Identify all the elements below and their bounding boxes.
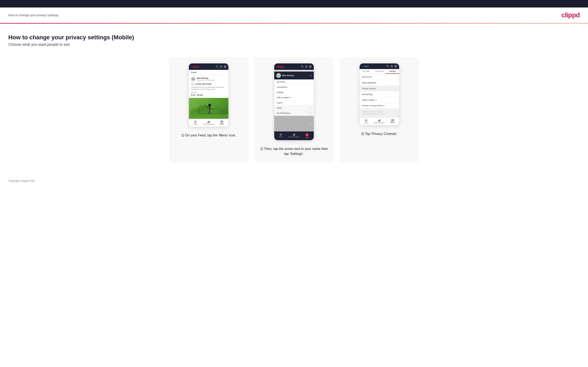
feed-tab: Feed bbox=[189, 70, 228, 75]
svg-rect-30 bbox=[293, 134, 293, 136]
svg-rect-9 bbox=[189, 115, 228, 119]
settings-privacy-controls[interactable]: Privacy Controls › bbox=[360, 86, 399, 92]
svg-rect-19 bbox=[208, 121, 209, 123]
phone-2-nav: clippd bbox=[274, 63, 314, 70]
post-duration-val: 01 hr : 30 min bbox=[191, 94, 226, 96]
privacy-controls-label: Privacy Controls bbox=[362, 88, 376, 90]
steps-container: clippd Feed BM Blair McHarg Yes bbox=[8, 57, 580, 163]
svg-line-34 bbox=[388, 67, 389, 67]
chevron-up-icon: ∧ bbox=[310, 75, 312, 77]
home-icon-3 bbox=[365, 119, 367, 122]
my-account-label: My Account bbox=[362, 76, 372, 78]
performance-icon bbox=[207, 121, 210, 123]
section-home[interactable]: Home ∨ bbox=[274, 105, 314, 111]
section-overlay: Home ∨ My Performance ∨ bbox=[274, 105, 314, 116]
back-label: < Back bbox=[363, 65, 369, 67]
menu-settings[interactable]: Settings bbox=[274, 90, 314, 95]
golf-image bbox=[189, 98, 228, 119]
app-hint: APP bbox=[309, 123, 312, 124]
svg-point-37 bbox=[395, 65, 397, 67]
search-icon bbox=[216, 65, 218, 68]
dropdown-user-info: BM Blair McHarg bbox=[276, 73, 294, 78]
section-performance-label: My Performance bbox=[277, 112, 290, 114]
tab-my-profile[interactable]: My Profile bbox=[360, 69, 373, 74]
post-desc: Looking to feel like my hands are exitin… bbox=[191, 86, 226, 91]
menu-logout[interactable]: Logout bbox=[274, 100, 314, 105]
bottom-nav-home-2: Home bbox=[274, 133, 287, 139]
copyright-text: Copyright Clippd 2022 bbox=[8, 179, 35, 182]
dropdown-avatar: BM bbox=[276, 73, 281, 78]
svg-rect-31 bbox=[294, 134, 294, 136]
section-performance[interactable]: My Performance ∨ bbox=[274, 111, 314, 116]
phone-2-bottom-nav: Home My Performance ✕ Menu bbox=[274, 131, 314, 140]
user-icon-2 bbox=[305, 65, 308, 68]
back-chevron: ‹ bbox=[362, 65, 362, 67]
settings-my-golf-bag[interactable]: My Golf Bag › bbox=[360, 92, 399, 97]
settings-label: Settings bbox=[277, 91, 284, 93]
step-3-phone: ‹ < Back My Profile Connections Settings bbox=[360, 63, 399, 125]
settings-icon bbox=[224, 65, 226, 68]
top-bar bbox=[0, 0, 588, 8]
bottom-nav-home-3: Home bbox=[360, 118, 373, 124]
user-icon-3 bbox=[390, 65, 393, 67]
svg-point-6 bbox=[197, 105, 210, 116]
data-integrations-chevron: › bbox=[396, 82, 397, 84]
settings-icon-3 bbox=[394, 65, 397, 67]
my-account-chevron: › bbox=[396, 76, 397, 78]
page-heading: How to change your privacy settings (Mob… bbox=[8, 34, 580, 41]
svg-rect-18 bbox=[208, 122, 208, 123]
bottom-nav-close[interactable]: ✕ Menu bbox=[301, 133, 314, 139]
svg-point-10 bbox=[208, 104, 211, 107]
menu-my-profile[interactable]: My Profile bbox=[274, 79, 314, 85]
data-integrations-label: Data Integrations bbox=[362, 82, 376, 84]
back-button[interactable]: ‹ < Back bbox=[362, 65, 369, 67]
header-title: How to change your privacy settings bbox=[8, 13, 59, 17]
svg-point-0 bbox=[216, 66, 218, 67]
bottom-nav-home: Home bbox=[189, 120, 202, 125]
phone-1-icons bbox=[216, 65, 226, 68]
svg-point-27 bbox=[310, 66, 311, 67]
phone-2-logo: clippd bbox=[276, 65, 284, 68]
menu-connections[interactable]: Connections bbox=[274, 85, 314, 90]
home-icon bbox=[194, 121, 197, 123]
avatar: BM bbox=[191, 77, 196, 81]
svg-point-4 bbox=[224, 66, 226, 68]
user-icon bbox=[220, 65, 222, 68]
tab-connections[interactable]: Connections bbox=[373, 69, 386, 74]
dropdown-user-header: BM Blair McHarg ∧ bbox=[274, 72, 314, 79]
close-x-icon: ✕ bbox=[305, 133, 309, 137]
menu-help-support[interactable]: Help & Support ↗ bbox=[274, 95, 314, 100]
svg-point-36 bbox=[395, 66, 396, 67]
svg-point-33 bbox=[387, 65, 388, 67]
service-privacy-label: Service & Privacy Policy ↗ bbox=[362, 105, 385, 107]
svg-rect-40 bbox=[379, 120, 380, 121]
search-icon-3 bbox=[386, 65, 389, 67]
svg-rect-38 bbox=[366, 120, 367, 121]
svg-rect-39 bbox=[378, 120, 379, 121]
version-line-2: GQL Server Version: 2022.7.30-1 bbox=[362, 113, 397, 115]
footer: Copyright Clippd 2022 bbox=[0, 175, 588, 186]
svg-rect-29 bbox=[280, 134, 282, 136]
settings-tabs: My Profile Connections Settings bbox=[360, 69, 399, 74]
help-label: Help & Support ↗ bbox=[277, 96, 292, 99]
bottom-nav-menu[interactable]: Menu bbox=[215, 120, 228, 125]
svg-point-26 bbox=[306, 66, 307, 67]
post-duration-label: Duration bbox=[191, 92, 226, 93]
my-profile-label: My Profile bbox=[277, 81, 285, 83]
step-1-phone: clippd Feed BM Blair McHarg Yes bbox=[189, 63, 228, 127]
svg-point-3 bbox=[225, 66, 225, 67]
tab-settings[interactable]: Settings bbox=[386, 69, 399, 74]
settings-data-integrations[interactable]: Data Integrations › bbox=[360, 80, 399, 86]
menu-icon bbox=[221, 121, 223, 123]
help-support-label: Help & Support ↗ bbox=[362, 99, 377, 101]
page-subheading: Choose what you want people to see bbox=[8, 42, 580, 47]
settings-service-privacy[interactable]: Service & Privacy Policy ↗ bbox=[360, 103, 399, 108]
bottom-nav-menu-3[interactable]: Menu bbox=[386, 118, 399, 124]
svg-rect-41 bbox=[380, 119, 380, 121]
step-3-caption: 3) Tap 'Privacy Controls'. bbox=[361, 131, 398, 136]
settings-my-account[interactable]: My Account › bbox=[360, 74, 399, 80]
post-username: Blair McHarg bbox=[197, 77, 215, 79]
post-title: Lesson with Fordy bbox=[195, 83, 212, 85]
settings-help-support[interactable]: Help & Support ↗ bbox=[360, 97, 399, 103]
feed-post: BM Blair McHarg Yesterday · Sunningdale … bbox=[189, 75, 228, 98]
